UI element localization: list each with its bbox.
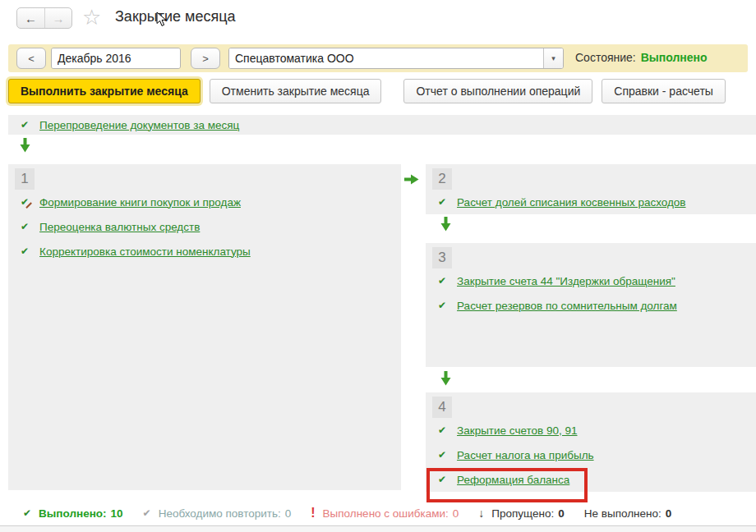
status-area: Состояние:Выполнено — [575, 51, 708, 64]
check-icon: ✔ — [438, 276, 446, 286]
forward-button[interactable]: → — [44, 8, 71, 28]
period-field-group: ... — [51, 48, 181, 69]
footer-done: ✔ Выполнено: 10 — [23, 507, 123, 520]
next-period-button[interactable]: > — [191, 48, 220, 69]
flow-down-arrow-icon — [440, 371, 451, 386]
check-icon: ✔ — [438, 197, 446, 207]
stage-block-2: 2 ✔ Расчет долей списания косвенных расх… — [426, 164, 756, 214]
reposting-documents-link[interactable]: Перепроведение документов за месяц — [39, 119, 239, 131]
reposting-band: ✔ Перепроведение документов за месяц — [8, 115, 756, 135]
footer-status-bar: ✔ Выполнено: 10 ✔ Необходимо повторить: … — [0, 502, 756, 525]
task-row: ✔ Закрытие счета 44 "Издержки обращения" — [426, 268, 756, 293]
status-label: Состояние: — [575, 51, 636, 64]
check-icon: ✔ — [21, 246, 29, 256]
flow-right-arrow-icon — [404, 174, 419, 185]
flow-down-arrow-icon — [440, 217, 451, 232]
company-field-group: ▾ — [228, 48, 564, 69]
task-row: ✔ Расчет резервов по сомнительным долгам — [426, 293, 756, 318]
task-row: ✔ Расчет налога на прибыль — [426, 443, 756, 467]
stage-number: 2 — [432, 168, 452, 190]
down-arrow-icon: ↓ — [478, 507, 484, 519]
company-input[interactable] — [229, 48, 543, 68]
footer-errors: ! Выполнено с ошибками: 0 — [311, 507, 459, 520]
cancel-month-closing-button[interactable]: Отменить закрытие месяца — [210, 79, 382, 103]
task-link-indirect-expenses[interactable]: Расчет долей списания косвенных расходов — [457, 196, 685, 209]
window-bottom-strip — [0, 526, 756, 532]
task-link-item-cost-adjustment[interactable]: Корректировка стоимости номенклатуры — [39, 245, 251, 258]
footer-repeat: ✔ Необходимо повторить: 0 — [143, 507, 292, 520]
task-link-income-tax-calculation[interactable]: Расчет налога на прибыль — [457, 449, 594, 461]
footer-skipped: ↓ Пропущено: 0 — [478, 507, 564, 520]
task-row: ✔ Закрытие счетов 90, 91 — [426, 418, 756, 443]
month-closing-window: ← → ☆ Закрытие месяца < ... > ▾ Состояни… — [0, 0, 756, 532]
previous-period-button[interactable]: < — [16, 48, 46, 69]
actions-row: Выполнить закрытие месяца Отменить закры… — [8, 79, 726, 103]
operations-report-button[interactable]: Отчет о выполнении операций — [403, 79, 592, 103]
check-gray-icon: ✔ — [143, 508, 151, 518]
exclamation-icon: ! — [311, 507, 315, 520]
period-toolbar: < ... > ▾ Состояние:Выполнено — [8, 44, 748, 72]
mouse-cursor-icon — [156, 11, 168, 27]
back-button[interactable]: ← — [17, 8, 44, 28]
task-row: ✔ Корректировка стоимости номенклатуры — [8, 239, 401, 264]
task-link-account44-closing[interactable]: Закрытие счета 44 "Издержки обращения" — [457, 275, 675, 287]
stage-number: 3 — [432, 247, 452, 268]
check-icon: ✔ — [438, 300, 446, 310]
stage-block-1: 1 ✔ Формирование книги покупок и продаж … — [8, 164, 401, 490]
history-nav-group: ← → — [16, 7, 72, 29]
check-icon: ✔ — [438, 425, 446, 435]
check-icon: ✔ — [21, 222, 29, 232]
period-input[interactable] — [52, 48, 181, 68]
chevron-down-icon: ▾ — [551, 54, 555, 62]
run-month-closing-button[interactable]: Выполнить закрытие месяца — [8, 79, 201, 103]
task-row: ✔ Переоценка валютных средств — [8, 214, 401, 239]
task-link-purchase-sales-book[interactable]: Формирование книги покупок и продаж — [39, 196, 241, 209]
task-link-doubtful-debts-reserves[interactable]: Расчет резервов по сомнительным долгам — [457, 300, 677, 312]
check-edited-icon: ✔ — [21, 197, 29, 207]
highlight-rectangle — [426, 468, 588, 502]
task-row: ✔ Формирование книги покупок и продаж — [8, 190, 401, 214]
stage-number: 4 — [432, 397, 452, 418]
stage-number: 1 — [15, 168, 35, 190]
task-link-accounts-90-91-closing[interactable]: Закрытие счетов 90, 91 — [457, 424, 577, 437]
references-calculations-button[interactable]: Справки - расчеты — [602, 79, 726, 103]
flow-down-arrow-icon — [20, 138, 30, 153]
favorite-star-icon[interactable]: ☆ — [82, 5, 101, 30]
status-value: Выполнено — [641, 51, 708, 64]
footer-not-done: Не выполнено: 0 — [584, 507, 671, 520]
company-dropdown-button[interactable]: ▾ — [543, 48, 563, 68]
stage-block-3: 3 ✔ Закрытие счета 44 "Издержки обращени… — [426, 243, 756, 367]
check-icon: ✔ — [438, 450, 446, 460]
check-icon: ✔ — [23, 508, 31, 518]
check-icon: ✔ — [21, 120, 29, 130]
page-title: Закрытие месяца — [115, 8, 235, 25]
task-link-currency-revaluation[interactable]: Переоценка валютных средств — [39, 221, 200, 233]
task-row: ✔ Расчет долей списания косвенных расход… — [426, 190, 756, 214]
